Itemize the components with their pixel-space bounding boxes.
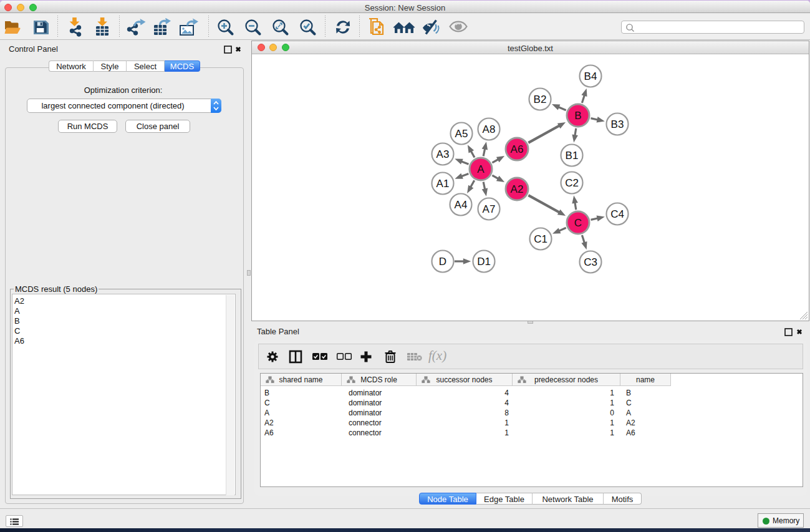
svg-text:A2: A2: [511, 183, 524, 195]
svg-text:A4: A4: [455, 199, 468, 211]
svg-text:B3: B3: [611, 118, 624, 130]
svg-text:C4: C4: [610, 208, 624, 220]
svg-text:C2: C2: [565, 177, 579, 189]
svg-text:A7: A7: [483, 203, 496, 215]
svg-text:C3: C3: [584, 256, 597, 268]
svg-text:B2: B2: [534, 94, 547, 105]
svg-text:D: D: [439, 256, 446, 268]
svg-text:A5: A5: [455, 128, 468, 140]
svg-text:C1: C1: [534, 233, 547, 245]
svg-text:A6: A6: [511, 143, 524, 155]
svg-text:C: C: [574, 217, 582, 229]
svg-text:A3: A3: [436, 148, 450, 160]
svg-text:D1: D1: [477, 256, 491, 268]
svg-text:A: A: [477, 163, 485, 175]
svg-text:B1: B1: [566, 150, 579, 162]
svg-text:A1: A1: [436, 178, 450, 190]
svg-text:A8: A8: [483, 123, 496, 135]
svg-text:B4: B4: [584, 70, 597, 82]
svg-text:B: B: [574, 110, 581, 122]
